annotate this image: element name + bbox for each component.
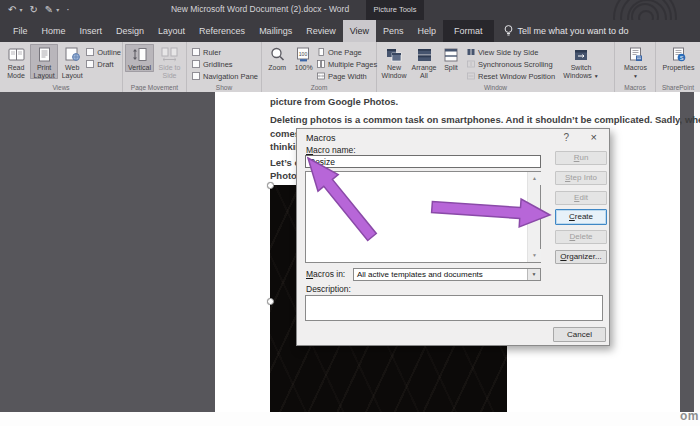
vertical-button[interactable]: Vertical [125,44,154,72]
synchronous-scrolling-icon [467,60,475,68]
ribbon: Read Mode Print Layout Web Layout Outlin… [0,42,700,92]
tab-insert[interactable]: Insert [73,20,110,42]
gridlines-checkbox[interactable]: Gridlines [192,60,260,69]
switch-windows-label: Switch Windows [563,64,591,79]
tab-format[interactable]: Format [443,20,494,42]
draft-icon [86,60,94,68]
vertical-label: Vertical [128,64,151,72]
synchronous-scrolling-button[interactable]: Synchronous Scrolling [467,60,559,69]
arrange-all-label: Arrange All [410,64,438,79]
reset-window-position-button[interactable]: Reset Window Position [467,72,559,81]
macros-icon [629,46,643,63]
view-side-by-side-button[interactable]: View Side by Side [467,48,559,57]
side-to-side-label: Side to Side [155,64,184,79]
macro-name-input[interactable] [305,155,541,168]
web-layout-icon [65,46,80,63]
page-width-button[interactable]: Page Width [317,72,375,81]
tab-references[interactable]: References [192,20,252,42]
undo-icon[interactable]: ↶ [8,3,16,17]
macros-dialog: Macros ? × Macro name: ▲ ▼ Run Step Into… [296,128,610,346]
one-page-icon [317,48,325,56]
scroll-up-icon[interactable]: ▲ [528,172,541,185]
resize-handle-mid-left[interactable] [267,298,274,305]
view-side-by-side-label: View Side by Side [478,48,538,57]
help-icon[interactable]: ? [563,132,569,143]
arrange-all-button[interactable]: Arrange All [409,44,439,79]
one-page-button[interactable]: One Page [317,48,375,57]
close-icon[interactable]: × [591,131,597,143]
chevron-down-icon: ▼ [633,73,638,79]
web-layout-button[interactable]: Web Layout [58,44,86,79]
macros-label: Macros [624,64,647,71]
synchronous-scrolling-label: Synchronous Scrolling [478,60,553,69]
tab-help[interactable]: Help [411,20,444,42]
svg-text:S: S [679,55,683,61]
tab-mailings[interactable]: Mailings [252,20,299,42]
tab-layout[interactable]: Layout [151,20,192,42]
group-show: Ruler Gridlines Navigation Pane Show [187,42,262,92]
repeat-icon[interactable]: ↻ [29,3,37,17]
picture-tools-header: Picture Tools [366,0,424,20]
properties-icon: S [672,46,686,63]
split-label: Split [444,64,458,72]
macro-list[interactable]: ▲ ▼ [305,171,541,263]
macros-in-label: Macros in: [306,269,345,279]
print-layout-label: Print Layout [31,64,57,79]
switch-windows-icon [573,46,589,63]
tab-file[interactable]: File [6,20,35,42]
tab-pens[interactable]: Pens [376,20,411,42]
delete-button[interactable]: Delete [555,230,607,244]
tab-review[interactable]: Review [299,20,343,42]
tellme-box[interactable]: Tell me what you want to do [504,20,629,42]
scroll-down-icon[interactable]: ▼ [528,249,541,262]
ruler-checkbox[interactable]: Ruler [192,48,260,57]
tab-home[interactable]: Home [35,20,73,42]
print-layout-button[interactable]: Print Layout [30,44,58,79]
customize-qat-icon[interactable]: · [66,3,69,17]
organizer-button[interactable]: Organizer... [555,250,607,264]
read-mode-button[interactable]: Read Mode [2,44,30,79]
zoom-100-button[interactable]: 100 100% [291,44,318,72]
side-to-side-button[interactable]: Side to Side [154,44,185,79]
gridlines-icon [192,60,200,68]
reset-window-position-icon [467,72,475,80]
resize-handle-top-left[interactable] [267,182,274,189]
macros-group-label: Macros [615,84,655,91]
outline-button[interactable]: Outline [86,48,121,57]
tab-view[interactable]: View [343,20,376,42]
pen-icon[interactable]: ✎ [45,3,53,17]
cancel-button[interactable]: Cancel [553,327,606,342]
properties-button[interactable]: S Properties [658,44,699,72]
read-mode-icon [8,46,25,63]
draft-button[interactable]: Draft [86,60,121,69]
macros-in-select[interactable]: All active templates and documents ▼ [353,268,541,281]
create-button[interactable]: Create [555,209,607,225]
tab-design[interactable]: Design [109,20,151,42]
navigation-pane-label: Navigation Pane [203,72,258,81]
group-macros: Macros▼ Macros [615,42,656,92]
document-text: Deleting photos is a common task on smar… [270,114,700,125]
lightbulb-icon [504,25,513,37]
chevron-down-icon[interactable]: ▼ [527,269,540,280]
multiple-pages-button[interactable]: Multiple Pages [317,60,375,69]
page-width-icon [317,72,325,80]
description-box[interactable] [305,295,603,321]
title-bar: ↶▾ ↻ ✎▾ · New Microsoft Word Document (2… [0,0,700,20]
draft-label: Draft [97,60,113,69]
new-window-button[interactable]: New Window [379,44,409,79]
switch-windows-button[interactable]: Switch Windows ▼ [559,44,603,80]
step-into-button[interactable]: Step Into [555,171,607,185]
word-window: ↶▾ ↻ ✎▾ · New Microsoft Word Document (2… [0,0,700,426]
reset-window-position-label: Reset Window Position [478,72,555,81]
zoom-button[interactable]: Zoom [264,44,291,72]
split-button[interactable]: Split [439,44,463,72]
run-button[interactable]: Run [555,151,607,165]
macros-button[interactable]: Macros▼ [617,44,654,80]
chevron-down-icon[interactable]: ▾ [19,3,22,17]
navigation-pane-checkbox[interactable]: Navigation Pane [192,72,260,81]
edit-button[interactable]: Edit [555,191,607,205]
macro-list-scrollbar[interactable]: ▲ ▼ [527,172,540,262]
chevron-down-icon[interactable]: ▾ [56,3,59,17]
new-window-icon [386,46,402,63]
group-window: New Window Arrange All Split View Side b… [377,42,615,92]
